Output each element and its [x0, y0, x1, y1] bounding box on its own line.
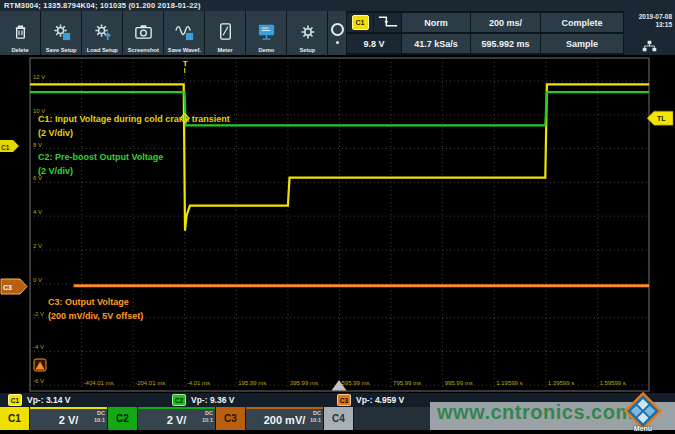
window-title: RTM3004; 1335.8794K04; 101035 (01.200 20…: [0, 0, 675, 11]
y-axis-tick-label: 6 V: [33, 175, 42, 181]
y-axis-tick-label: 2 V: [33, 243, 42, 249]
x-axis-tick-label: 1.19599 s: [496, 380, 522, 386]
x-axis-tick-label: -204.01 ms: [135, 380, 165, 386]
trash-icon: [10, 21, 31, 47]
x-axis-tick-label: -404.01 ms: [84, 380, 114, 386]
toolbar-button-screenshot[interactable]: Screenshot: [123, 11, 163, 55]
c3-channel-marker-label: C3: [3, 284, 12, 291]
y-axis-tick-label: 4 V: [33, 209, 42, 215]
load-setup-icon: [92, 21, 113, 47]
knob-dot-icon: [336, 41, 339, 44]
x-axis-tick-label: 595.99 ms: [342, 380, 370, 386]
measurement-channel-badge: C1: [8, 394, 22, 406]
toolbar-button-save-wavef[interactable]: Save Wavef.: [164, 11, 204, 55]
plot-border: [30, 58, 649, 391]
date-text: 2019-07-08: [624, 13, 672, 21]
channel-settings-c2[interactable]: 2 V/DC10:1: [138, 407, 215, 430]
trigger-time-marker[interactable]: T: [183, 59, 188, 68]
trigger-slope-cell[interactable]: [374, 13, 401, 32]
toolbar-button-label: Load Setup: [86, 47, 117, 53]
plot-annotation: C2: Pre-boost Output Voltage: [38, 152, 163, 162]
channel-tab-c1[interactable]: C1: [0, 407, 29, 430]
x-axis-tick-label: 1.59599 s: [599, 380, 625, 386]
measurement-channel-badge: C3: [337, 394, 351, 406]
oscilloscope-screen: RTM3004; 1335.8794K04; 101035 (01.200 20…: [0, 0, 675, 434]
x-axis-tick-label: 995.99 ms: [445, 380, 473, 386]
channel-scale: 2 V/: [167, 414, 187, 426]
falling-edge-icon: [376, 14, 400, 31]
nav-knob[interactable]: [328, 11, 346, 55]
menu-button-label: Menu: [621, 425, 665, 432]
waveform-grid: -404.01 ms-204.01 ms-4.01 ms195.99 ms395…: [0, 55, 675, 393]
channel-settings-c4[interactable]: [354, 407, 431, 430]
trigger-source-cell[interactable]: C1: [347, 13, 373, 32]
channel-settings-c3[interactable]: 200 mV/DC10:1: [246, 407, 323, 430]
y-axis-tick-label: -6 V: [33, 378, 44, 384]
meter-icon: [215, 21, 236, 47]
timebase-cell[interactable]: 200 ms/: [471, 13, 540, 32]
y-axis-tick-label: 8 V: [33, 142, 42, 148]
sample-rate-cell[interactable]: 41.7 kSa/s: [402, 34, 470, 53]
measurement-value: Vp-: 3.14 V: [27, 395, 70, 405]
y-axis-tick-label: 12 V: [33, 74, 45, 80]
datetime-display: 2019-07-08 13:15: [624, 11, 675, 55]
measurement-c3[interactable]: C3Vp-: 4.959 V: [337, 394, 404, 406]
knob-ring-icon: [331, 23, 344, 36]
toolbar-button-setup[interactable]: Setup: [287, 11, 327, 55]
c1-position-marker-label: C1: [1, 144, 10, 151]
channel-scale: 200 mV/: [264, 414, 306, 426]
trigger-source-badge: C1: [352, 15, 369, 30]
measurement-c2[interactable]: C2Vp-: 9.36 V: [172, 394, 234, 406]
channel-tab-c4[interactable]: C4: [324, 407, 353, 430]
x-axis-tick-label: 1.39599 s: [548, 380, 574, 386]
toolbar-button-load-setup[interactable]: Load Setup: [82, 11, 122, 55]
toolbar-button-label: Screenshot: [127, 47, 158, 53]
channel-settings-c1[interactable]: 2 V/DC10:1: [30, 407, 107, 430]
channel-coupling-probe: DC10:1: [202, 410, 213, 423]
toolbar-button-label: Meter: [217, 47, 232, 53]
acq-mode-cell[interactable]: Sample: [541, 34, 623, 53]
toolbar-button-demo[interactable]: Demo: [246, 11, 286, 55]
channel-tab-c2[interactable]: C2: [108, 407, 137, 430]
x-axis-tick-label: 395.99 ms: [290, 380, 318, 386]
toolbar-button-delete[interactable]: Delete: [0, 11, 40, 55]
y-axis-tick-label: 0 V: [33, 277, 42, 283]
y-axis-tick-label: -2 V: [33, 311, 44, 317]
x-axis-tick-label: -4.01 ms: [187, 380, 210, 386]
channel-coupling-probe: DC10:1: [310, 410, 321, 423]
plot-annotation: C1: Input Voltage during cold crank tran…: [38, 114, 230, 124]
toolbar-button-label: Save Setup: [46, 47, 77, 53]
plot-annotation: (2 V/div): [38, 166, 73, 176]
measurement-channel-badge: C2: [172, 394, 186, 406]
toolbar-button-meter[interactable]: Meter: [205, 11, 245, 55]
toolbar-button-label: Demo: [258, 47, 274, 53]
toolbar-button-label: Save Wavef.: [167, 47, 200, 53]
toolbar-button-label: Delete: [11, 47, 28, 53]
plot-annotation: C3: Output Voltage: [48, 297, 129, 307]
channel-scale: 2 V/: [59, 414, 79, 426]
watermark: www.cntronics.com: [437, 401, 634, 424]
channel-tab-c3[interactable]: C3: [216, 407, 245, 430]
waveform-display: -404.01 ms-204.01 ms-4.01 ms195.99 ms395…: [0, 55, 675, 393]
y-axis-tick-label: -4 V: [33, 344, 44, 350]
toolbar-button-save-setup[interactable]: Save Setup: [41, 11, 81, 55]
measurement-value: Vp-: 9.36 V: [191, 395, 234, 405]
menu-button[interactable]: Menu: [621, 391, 665, 433]
x-axis-tick-label: 195.99 ms: [238, 380, 266, 386]
time-text: 13:15: [624, 21, 672, 29]
plot-annotation: (200 mV/div, 5V offset): [48, 311, 143, 321]
channel-coupling-probe: DC10:1: [94, 410, 105, 423]
trigger-level-cell[interactable]: 9.8 V: [347, 34, 401, 53]
measurement-value: Vp-: 4.959 V: [356, 395, 404, 405]
acq-state-cell[interactable]: Complete: [541, 13, 623, 32]
toolbar: DeleteSave SetupLoad SetupScreenshotSave…: [0, 11, 675, 55]
horizontal-position-cell[interactable]: 595.992 ms: [471, 34, 540, 53]
demo-icon: [256, 21, 277, 47]
save-waveform-icon: [174, 21, 195, 47]
measurement-c1[interactable]: C1Vp-: 3.14 V: [8, 394, 70, 406]
trigger-level-tag-label: TL: [657, 115, 666, 122]
trigger-mode-cell[interactable]: Norm: [402, 13, 470, 32]
x-axis-tick-label: 795.99 ms: [393, 380, 421, 386]
plot-annotation: (2 V/div): [38, 128, 73, 138]
screenshot-icon: [133, 21, 154, 47]
